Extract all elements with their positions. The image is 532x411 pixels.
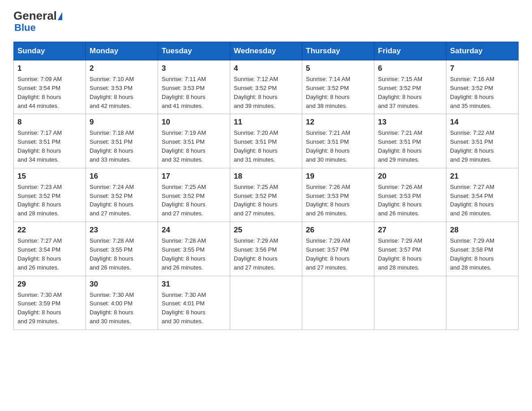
day-info: Sunrise: 7:25 AMSunset: 3:52 PMDaylight:… [162, 184, 206, 217]
week-row-4: 22 Sunrise: 7:27 AMSunset: 3:54 PMDaylig… [14, 222, 519, 276]
day-number: 11 [234, 118, 298, 127]
day-number: 20 [378, 172, 442, 181]
calendar-cell: 17 Sunrise: 7:25 AMSunset: 3:52 PMDaylig… [158, 168, 230, 222]
day-info: Sunrise: 7:21 AMSunset: 3:51 PMDaylight:… [306, 129, 350, 163]
calendar-cell: 4 Sunrise: 7:12 AMSunset: 3:52 PMDayligh… [230, 60, 302, 114]
day-info: Sunrise: 7:22 AMSunset: 3:51 PMDaylight:… [450, 129, 494, 163]
calendar-cell: 28 Sunrise: 7:29 AMSunset: 3:58 PMDaylig… [446, 222, 519, 276]
day-info: Sunrise: 7:17 AMSunset: 3:51 PMDaylight:… [17, 129, 62, 163]
calendar-cell: 16 Sunrise: 7:24 AMSunset: 3:52 PMDaylig… [86, 168, 158, 222]
calendar-cell: 24 Sunrise: 7:28 AMSunset: 3:55 PMDaylig… [158, 222, 230, 276]
day-info: Sunrise: 7:29 AMSunset: 3:57 PMDaylight:… [378, 237, 422, 271]
col-header-wednesday: Wednesday [230, 42, 302, 60]
day-number: 14 [450, 118, 515, 127]
calendar-cell: 27 Sunrise: 7:29 AMSunset: 3:57 PMDaylig… [374, 222, 446, 276]
day-info: Sunrise: 7:30 AMSunset: 4:01 PMDaylight:… [162, 291, 206, 325]
day-info: Sunrise: 7:21 AMSunset: 3:51 PMDaylight:… [378, 129, 422, 163]
calendar-header-row: SundayMondayTuesdayWednesdayThursdayFrid… [14, 42, 519, 60]
day-info: Sunrise: 7:27 AMSunset: 3:54 PMDaylight:… [450, 184, 494, 217]
day-info: Sunrise: 7:28 AMSunset: 3:55 PMDaylight:… [90, 237, 134, 271]
calendar-cell: 7 Sunrise: 7:16 AMSunset: 3:52 PMDayligh… [446, 60, 519, 114]
week-row-2: 8 Sunrise: 7:17 AMSunset: 3:51 PMDayligh… [14, 114, 519, 168]
day-number: 17 [162, 172, 226, 181]
day-number: 6 [378, 64, 442, 73]
day-number: 26 [306, 226, 370, 235]
day-info: Sunrise: 7:20 AMSunset: 3:51 PMDaylight:… [234, 129, 278, 163]
calendar-cell [374, 276, 446, 330]
col-header-tuesday: Tuesday [158, 42, 230, 60]
logo-general: General [13, 9, 57, 23]
day-number: 30 [90, 280, 154, 289]
day-number: 19 [306, 172, 370, 181]
day-number: 13 [378, 118, 442, 127]
calendar-cell: 13 Sunrise: 7:21 AMSunset: 3:51 PMDaylig… [374, 114, 446, 168]
day-number: 10 [162, 118, 226, 127]
calendar-cell: 21 Sunrise: 7:27 AMSunset: 3:54 PMDaylig… [446, 168, 519, 222]
day-info: Sunrise: 7:26 AMSunset: 3:53 PMDaylight:… [378, 184, 422, 217]
day-info: Sunrise: 7:27 AMSunset: 3:54 PMDaylight:… [17, 237, 62, 271]
week-row-1: 1 Sunrise: 7:09 AMSunset: 3:54 PMDayligh… [14, 60, 519, 114]
week-row-5: 29 Sunrise: 7:30 AMSunset: 3:59 PMDaylig… [14, 276, 519, 330]
day-number: 15 [17, 172, 82, 181]
page-header: General Blue [13, 9, 519, 34]
day-number: 25 [234, 226, 298, 235]
day-number: 29 [17, 280, 82, 289]
col-header-sunday: Sunday [14, 42, 86, 60]
day-number: 8 [17, 118, 82, 127]
calendar-cell: 1 Sunrise: 7:09 AMSunset: 3:54 PMDayligh… [14, 60, 86, 114]
calendar-cell [446, 276, 519, 330]
day-info: Sunrise: 7:16 AMSunset: 3:52 PMDaylight:… [450, 76, 494, 109]
calendar-cell: 15 Sunrise: 7:23 AMSunset: 3:52 PMDaylig… [14, 168, 86, 222]
day-info: Sunrise: 7:24 AMSunset: 3:52 PMDaylight:… [90, 184, 134, 217]
day-info: Sunrise: 7:12 AMSunset: 3:52 PMDaylight:… [234, 76, 278, 109]
day-info: Sunrise: 7:10 AMSunset: 3:53 PMDaylight:… [90, 76, 134, 109]
calendar-cell: 23 Sunrise: 7:28 AMSunset: 3:55 PMDaylig… [86, 222, 158, 276]
calendar-cell: 8 Sunrise: 7:17 AMSunset: 3:51 PMDayligh… [14, 114, 86, 168]
day-number: 22 [17, 226, 82, 235]
day-number: 28 [450, 226, 515, 235]
day-info: Sunrise: 7:28 AMSunset: 3:55 PMDaylight:… [162, 237, 206, 271]
calendar-cell: 25 Sunrise: 7:29 AMSunset: 3:56 PMDaylig… [230, 222, 302, 276]
calendar-cell: 14 Sunrise: 7:22 AMSunset: 3:51 PMDaylig… [446, 114, 519, 168]
day-number: 4 [234, 64, 298, 73]
day-info: Sunrise: 7:19 AMSunset: 3:51 PMDaylight:… [162, 129, 206, 163]
logo-triangle-icon [58, 12, 62, 20]
calendar-cell: 6 Sunrise: 7:15 AMSunset: 3:52 PMDayligh… [374, 60, 446, 114]
col-header-friday: Friday [374, 42, 446, 60]
logo: General Blue [13, 9, 63, 34]
calendar-cell: 30 Sunrise: 7:30 AMSunset: 4:00 PMDaylig… [86, 276, 158, 330]
day-number: 12 [306, 118, 370, 127]
day-info: Sunrise: 7:09 AMSunset: 3:54 PMDaylight:… [17, 76, 62, 109]
calendar-table: SundayMondayTuesdayWednesdayThursdayFrid… [13, 42, 519, 330]
day-info: Sunrise: 7:30 AMSunset: 4:00 PMDaylight:… [90, 291, 134, 325]
calendar-cell: 18 Sunrise: 7:25 AMSunset: 3:52 PMDaylig… [230, 168, 302, 222]
day-info: Sunrise: 7:29 AMSunset: 3:57 PMDaylight:… [306, 237, 350, 271]
day-number: 23 [90, 226, 154, 235]
calendar-cell: 10 Sunrise: 7:19 AMSunset: 3:51 PMDaylig… [158, 114, 230, 168]
day-info: Sunrise: 7:30 AMSunset: 3:59 PMDaylight:… [17, 291, 62, 325]
day-number: 21 [450, 172, 515, 181]
calendar-cell: 31 Sunrise: 7:30 AMSunset: 4:01 PMDaylig… [158, 276, 230, 330]
day-number: 24 [162, 226, 226, 235]
day-number: 1 [17, 64, 82, 73]
day-number: 2 [90, 64, 154, 73]
week-row-3: 15 Sunrise: 7:23 AMSunset: 3:52 PMDaylig… [14, 168, 519, 222]
day-info: Sunrise: 7:14 AMSunset: 3:52 PMDaylight:… [306, 76, 350, 109]
day-info: Sunrise: 7:25 AMSunset: 3:52 PMDaylight:… [234, 184, 278, 217]
day-info: Sunrise: 7:11 AMSunset: 3:53 PMDaylight:… [162, 76, 206, 109]
calendar-cell: 11 Sunrise: 7:20 AMSunset: 3:51 PMDaylig… [230, 114, 302, 168]
calendar-cell: 12 Sunrise: 7:21 AMSunset: 3:51 PMDaylig… [302, 114, 374, 168]
day-number: 7 [450, 64, 515, 73]
calendar-cell: 19 Sunrise: 7:26 AMSunset: 3:53 PMDaylig… [302, 168, 374, 222]
day-number: 9 [90, 118, 154, 127]
day-number: 16 [90, 172, 154, 181]
day-info: Sunrise: 7:29 AMSunset: 3:58 PMDaylight:… [450, 237, 494, 271]
day-number: 18 [234, 172, 298, 181]
calendar-cell: 9 Sunrise: 7:18 AMSunset: 3:51 PMDayligh… [86, 114, 158, 168]
day-number: 5 [306, 64, 370, 73]
logo-blue-label: Blue [14, 22, 36, 34]
day-number: 27 [378, 226, 442, 235]
calendar-cell: 22 Sunrise: 7:27 AMSunset: 3:54 PMDaylig… [14, 222, 86, 276]
col-header-monday: Monday [86, 42, 158, 60]
calendar-cell: 20 Sunrise: 7:26 AMSunset: 3:53 PMDaylig… [374, 168, 446, 222]
